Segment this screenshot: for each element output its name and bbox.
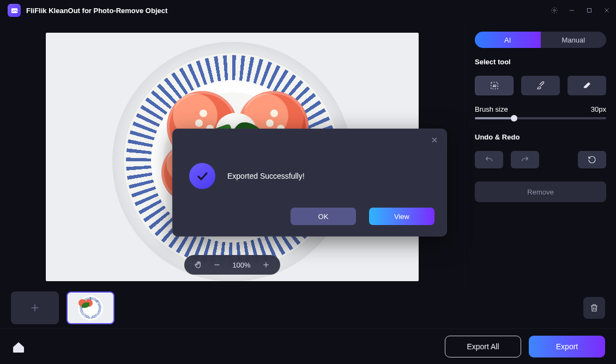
right-sidebar: AI Manual Select tool AI Brush size 30px xyxy=(464,21,616,288)
svg-rect-3 xyxy=(588,9,591,13)
app-title: FliFlik KleanOut for Photo-Remove Object xyxy=(26,7,167,15)
success-check-icon xyxy=(189,163,215,189)
pan-hand-icon[interactable] xyxy=(194,260,203,269)
close-icon[interactable] xyxy=(603,7,611,14)
redo-button[interactable] xyxy=(511,151,539,168)
home-button[interactable] xyxy=(11,340,26,353)
maximize-icon[interactable] xyxy=(585,7,593,14)
dialog-view-button[interactable]: View xyxy=(369,208,434,225)
select-tool-label: Select tool xyxy=(475,58,606,66)
thumbnail-1[interactable] xyxy=(67,292,114,324)
dialog-close-button[interactable] xyxy=(430,136,439,147)
undo-redo-label: Undo & Redo xyxy=(475,133,606,141)
mode-manual-tab[interactable]: Manual xyxy=(541,32,607,48)
dialog-ok-button[interactable]: OK xyxy=(291,208,356,225)
tool-eraser[interactable] xyxy=(567,76,606,95)
thumbnail-strip xyxy=(0,288,616,328)
remove-button: Remove xyxy=(475,181,606,202)
dialog-message: Exported Successfully! xyxy=(227,172,305,180)
mode-toggle: AI Manual xyxy=(475,32,606,48)
minimize-icon[interactable] xyxy=(568,7,576,14)
delete-button[interactable] xyxy=(583,297,605,319)
settings-icon[interactable] xyxy=(551,7,558,14)
export-all-button[interactable]: Export All xyxy=(445,336,521,357)
reset-button[interactable] xyxy=(578,151,606,168)
export-success-dialog: Exported Successfully! OK View xyxy=(172,129,447,236)
tool-brush[interactable] xyxy=(521,76,560,95)
zoom-out-icon[interactable] xyxy=(213,260,221,269)
brush-size-value: 30px xyxy=(591,105,606,113)
app-logo xyxy=(8,4,21,17)
zoom-level-label: 100% xyxy=(231,261,252,269)
tool-ai-select[interactable]: AI xyxy=(475,76,514,95)
svg-text:AI: AI xyxy=(492,84,496,88)
zoom-in-icon[interactable] xyxy=(262,260,270,269)
zoom-toolbar: 100% xyxy=(184,255,280,275)
brush-size-label: Brush size xyxy=(475,105,508,113)
undo-button[interactable] xyxy=(475,151,503,168)
brush-size-slider[interactable] xyxy=(475,113,606,123)
mode-ai-tab[interactable]: AI xyxy=(475,32,541,48)
export-button[interactable]: Export xyxy=(529,336,605,357)
add-image-button[interactable] xyxy=(11,292,59,324)
svg-point-1 xyxy=(553,9,555,11)
bottom-bar: Export All Export xyxy=(0,328,616,364)
titlebar: FliFlik KleanOut for Photo-Remove Object xyxy=(0,0,616,21)
